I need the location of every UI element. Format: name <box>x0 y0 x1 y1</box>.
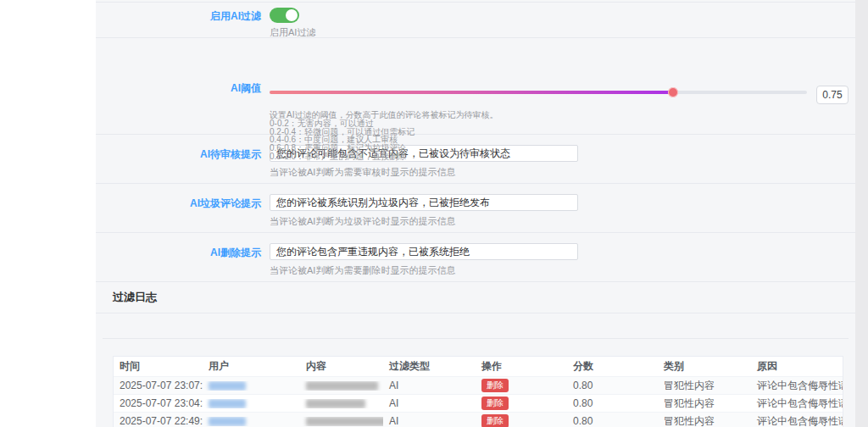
settings-panel: 启用AI过滤 启用AI过滤 AI阈值 0.75 设置AI过滤的阈值，分数高于此值… <box>96 0 855 427</box>
delete-prompt-input[interactable] <box>270 243 578 260</box>
cell-category: 冒犯性内容 <box>658 396 751 411</box>
cell-filter-type: AI <box>383 380 476 391</box>
cell-category: 冒犯性内容 <box>658 414 751 427</box>
threshold-desc-line: 0.8-1.0：非常严重的问题，直接删除 <box>270 152 498 161</box>
form-row-threshold: AI阈值 0.75 设置AI过滤的阈值，分数高于此值的评论将被标记为待审核。 0… <box>96 38 855 135</box>
col-header-score: 分数 <box>567 359 658 374</box>
spam-prompt-input[interactable] <box>270 194 578 211</box>
delete-button[interactable]: 删除 <box>481 396 509 410</box>
col-header-content: 内容 <box>300 359 383 374</box>
pending-prompt-description: 当评论被AI判断为需要审核时显示的提示信息 <box>270 166 855 179</box>
form-row-enable-filter: 启用AI过滤 启用AI过滤 <box>96 2 855 38</box>
redacted-content <box>306 417 383 426</box>
cell-action: 删除 <box>476 396 567 410</box>
cell-reason: 评论中包含侮辱性语言... <box>751 396 843 411</box>
cell-time: 2025-07-07 23:04:49 <box>114 397 203 409</box>
cell-score: 0.80 <box>567 397 658 409</box>
col-header-category: 类别 <box>658 359 751 374</box>
threshold-slider-handle[interactable] <box>668 87 678 97</box>
threshold-slider-track[interactable] <box>270 91 807 94</box>
divider <box>103 338 849 339</box>
table-row: 2025-07-07 23:04:49 AI 删除 0.80 冒犯性内容 评论中… <box>114 394 843 412</box>
redacted-user-link[interactable] <box>209 381 246 391</box>
form-row-spam-prompt: AI垃圾评论提示 当评论被AI判断为垃圾评论时显示的提示信息 <box>96 184 855 233</box>
cell-reason: 评论中包含侮辱性语言... <box>751 414 843 427</box>
threshold-description: 设置AI过滤的阈值，分数高于此值的评论将被标记为待审核。 0-0.2：无害内容，… <box>270 111 498 161</box>
delete-button[interactable]: 删除 <box>481 379 509 392</box>
col-header-action: 操作 <box>476 359 567 374</box>
enable-filter-label: 启用AI过滤 <box>96 8 261 37</box>
delete-button[interactable]: 删除 <box>481 414 509 427</box>
spam-prompt-description: 当评论被AI判断为垃圾评论时显示的提示信息 <box>270 215 855 228</box>
cell-time: 2025-07-07 22:49:04 <box>114 415 203 427</box>
cell-category: 冒犯性内容 <box>658 379 751 393</box>
settings-page: 启用AI过滤 启用AI过滤 AI阈值 0.75 设置AI过滤的阈值，分数高于此值… <box>0 0 868 427</box>
cell-user <box>203 399 300 408</box>
cell-content <box>300 417 383 426</box>
spam-prompt-label: AI垃圾评论提示 <box>96 184 261 232</box>
filter-log-toolbar <box>96 313 855 339</box>
table-row: 2025-07-07 22:49:04 AI 删除 0.80 冒犯性内容 评论中… <box>114 412 843 427</box>
enable-filter-description: 启用AI过滤 <box>270 26 855 39</box>
redacted-user-link[interactable] <box>209 417 246 426</box>
cell-content <box>300 381 383 391</box>
delete-prompt-label: AI删除提示 <box>96 233 261 281</box>
cell-action: 删除 <box>476 414 567 427</box>
cell-filter-type: AI <box>383 415 476 427</box>
col-header-reason: 原因 <box>751 359 843 374</box>
cell-content <box>300 399 383 408</box>
redacted-user-link[interactable] <box>209 399 246 408</box>
redacted-content <box>306 399 365 408</box>
cell-user <box>203 417 300 426</box>
table-row: 2025-07-07 23:07:16 AI 删除 0.80 冒犯性内容 评论中… <box>114 376 843 394</box>
pending-prompt-label: AI待审核提示 <box>96 135 261 183</box>
col-header-user: 用户 <box>203 359 300 374</box>
filter-log-table: 时间 用户 内容 过滤类型 操作 分数 类别 原因 2025-07-07 23:… <box>113 356 843 427</box>
redacted-content <box>306 381 378 391</box>
delete-prompt-description: 当评论被AI判断为需要删除时显示的提示信息 <box>270 264 855 277</box>
ai-filter-toggle[interactable] <box>270 8 299 23</box>
scrollbar-track <box>855 0 868 427</box>
cell-filter-type: AI <box>383 397 476 409</box>
threshold-label: AI阈值 <box>96 81 261 96</box>
col-header-filter-type: 过滤类型 <box>383 359 476 374</box>
cell-score: 0.80 <box>567 415 658 427</box>
cell-action: 删除 <box>476 379 567 392</box>
form-row-delete-prompt: AI删除提示 当评论被AI判断为需要删除时显示的提示信息 <box>96 233 855 282</box>
toggle-knob <box>286 9 298 21</box>
col-header-time: 时间 <box>114 359 203 374</box>
cell-score: 0.80 <box>567 380 658 391</box>
filter-log-title: 过滤日志 <box>96 282 855 313</box>
cell-reason: 评论中包含侮辱性语言... <box>751 379 843 393</box>
cell-user <box>203 381 300 391</box>
table-header-row: 时间 用户 内容 过滤类型 操作 分数 类别 原因 <box>114 357 843 376</box>
threshold-value-input[interactable]: 0.75 <box>816 86 849 104</box>
cell-time: 2025-07-07 23:07:16 <box>114 380 203 391</box>
threshold-slider-fill <box>270 91 673 94</box>
